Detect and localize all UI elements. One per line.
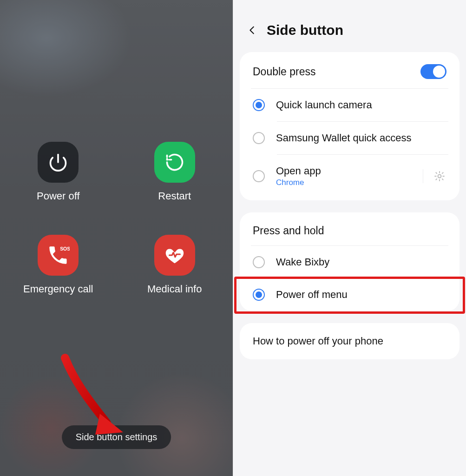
press-hold-poweroff-row[interactable]: Power off menu	[251, 278, 448, 311]
double-press-openapp-sub: Chrome	[276, 178, 412, 187]
radio-selected-icon	[253, 99, 265, 111]
radio-unselected-icon	[253, 256, 265, 268]
press-hold-section: Press and hold Wake Bixby Power off menu	[240, 212, 459, 311]
side-button-settings-screen: Side button Double press Quick launch ca…	[233, 0, 466, 476]
double-press-section: Double press Quick launch camera Samsung…	[240, 52, 459, 200]
double-press-openapp-row[interactable]: Open app Chrome	[251, 155, 448, 200]
open-app-settings-button[interactable]	[423, 169, 446, 183]
double-press-openapp-label: Open app	[276, 165, 412, 177]
double-press-wallet-row[interactable]: Samsung Wallet quick access	[251, 122, 448, 154]
emergency-call-icon: SOS	[38, 235, 79, 276]
restart-button[interactable]: Restart	[154, 142, 195, 202]
how-to-power-off-link[interactable]: How to power off your phone	[240, 323, 459, 359]
double-press-wallet-label: Samsung Wallet quick access	[276, 132, 446, 144]
back-icon[interactable]	[247, 25, 257, 35]
power-icon	[38, 142, 79, 183]
side-button-settings-pill[interactable]: Side button settings	[62, 425, 171, 449]
restart-icon	[154, 142, 195, 183]
emergency-call-label: Emergency call	[23, 283, 93, 295]
how-to-power-off-label: How to power off your phone	[253, 335, 383, 347]
double-press-toggle[interactable]	[420, 64, 446, 79]
settings-header: Side button	[233, 0, 466, 52]
medical-info-icon	[154, 235, 195, 276]
radio-selected-icon	[253, 289, 265, 301]
power-off-button[interactable]: Power off	[37, 142, 80, 202]
emergency-call-button[interactable]: SOS Emergency call	[23, 235, 93, 295]
power-menu-screen: Power off Restart SOS E	[0, 0, 233, 476]
power-off-label: Power off	[37, 190, 80, 202]
press-hold-bixby-label: Wake Bixby	[276, 256, 446, 268]
page-title: Side button	[267, 22, 343, 38]
side-button-settings-label: Side button settings	[76, 432, 158, 442]
power-menu-grid: Power off Restart SOS E	[0, 142, 233, 295]
press-hold-poweroff-label: Power off menu	[276, 289, 446, 301]
double-press-camera-label: Quick launch camera	[276, 99, 446, 111]
medical-info-label: Medical info	[147, 283, 202, 295]
double-press-camera-row[interactable]: Quick launch camera	[251, 89, 448, 121]
press-hold-bixby-row[interactable]: Wake Bixby	[251, 246, 448, 278]
svg-point-2	[438, 175, 441, 178]
double-press-header: Double press	[253, 66, 316, 78]
radio-unselected-icon	[253, 170, 265, 182]
medical-info-button[interactable]: Medical info	[147, 235, 202, 295]
restart-label: Restart	[158, 190, 191, 202]
gear-icon	[433, 170, 446, 182]
press-hold-header: Press and hold	[253, 225, 324, 237]
svg-text:SOS: SOS	[60, 246, 70, 251]
radio-unselected-icon	[253, 132, 265, 144]
